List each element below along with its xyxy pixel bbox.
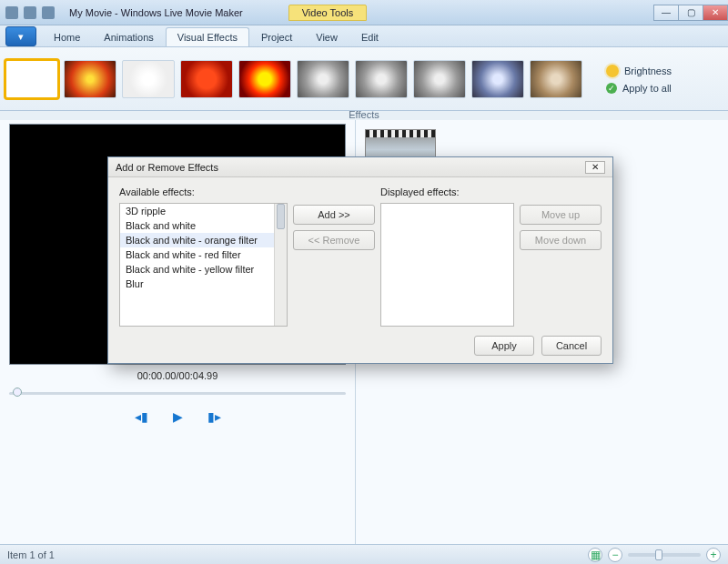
order-buttons: Move up Move down [520,203,602,327]
move-up-button[interactable]: Move up [520,205,602,225]
available-effects-label: Available effects: [119,186,288,197]
list-item[interactable]: Black and white - orange filter [120,233,287,247]
effect-thumb[interactable] [355,60,408,98]
prev-frame-button[interactable]: ◂▮ [131,408,151,425]
zoom-slider[interactable] [628,553,701,557]
status-item-count: Item 1 of 1 [7,549,55,560]
window-buttons: — ▢ ✕ [654,5,728,21]
ribbon-body: Brightness ✓ Apply to all [0,47,728,111]
maximize-button[interactable]: ▢ [678,5,703,21]
tab-home[interactable]: Home [42,27,92,46]
effect-thumb[interactable] [471,60,524,98]
scrollbar-thumb[interactable] [277,204,285,229]
apply-button[interactable]: Apply [474,336,534,356]
tab-visual-effects[interactable]: Visual Effects [166,27,249,46]
dialog-titlebar[interactable]: Add or Remove Effects ✕ [108,157,612,177]
status-bar: Item 1 of 1 ▦ − + [0,544,728,564]
ribbon-tabs: ▾ Home Animations Visual Effects Project… [0,25,728,47]
brightness-label: Brightness [624,65,672,76]
status-right: ▦ − + [588,548,721,562]
effect-thumb[interactable] [413,60,466,98]
zoom-in-button[interactable]: + [706,548,721,562]
add-remove-effects-dialog: Add or Remove Effects ✕ Available effect… [107,156,613,364]
view-toggle-button[interactable]: ▦ [588,548,602,562]
seek-track [9,392,346,395]
seek-bar[interactable] [9,387,346,399]
list-item[interactable]: Blur [120,277,287,291]
check-icon: ✓ [606,83,617,94]
list-item[interactable]: Black and white - yellow filter [120,262,287,277]
effects-gallery[interactable] [5,60,604,98]
dialog-title: Add or Remove Effects [116,162,218,173]
close-button[interactable]: ✕ [703,5,728,21]
window-title: My Movie - Windows Live Movie Maker [60,7,252,18]
effect-thumb[interactable] [122,60,175,98]
quick-access-toolbar [0,6,60,19]
effect-thumb[interactable] [297,60,349,98]
zoom-slider-thumb[interactable] [655,549,662,560]
zoom-out-button[interactable]: − [608,548,622,562]
effect-thumb[interactable] [530,60,582,98]
apply-all-label: Apply to all [622,83,672,94]
next-frame-button[interactable]: ▮▸ [204,408,224,425]
dialog-footer: Apply Cancel [474,336,602,356]
brightness-button[interactable]: Brightness [604,62,723,80]
qat-undo[interactable] [24,6,36,19]
tab-edit[interactable]: Edit [349,27,390,46]
remove-button[interactable]: << Remove [293,230,375,250]
tab-project[interactable]: Project [249,27,304,46]
effect-thumb[interactable] [64,60,116,98]
effect-thumb-none[interactable] [5,60,58,98]
list-item[interactable]: Black and white [120,218,287,233]
playback-controls: ◂▮ ▶ ▮▸ [131,408,224,425]
dialog-close-button[interactable]: ✕ [585,161,605,174]
minimize-button[interactable]: — [653,5,679,21]
play-button[interactable]: ▶ [167,408,187,425]
move-down-button[interactable]: Move down [520,230,602,250]
available-effects-listbox[interactable]: 3D ripple Black and white Black and whit… [119,203,288,327]
file-menu-button[interactable]: ▾ [5,26,36,46]
dialog-body: Available effects: Displayed effects: 3D… [108,177,612,334]
effect-thumb[interactable] [180,60,233,98]
tab-view[interactable]: View [304,27,349,46]
timecode: 00:00.00/00:04.99 [137,370,218,381]
list-item[interactable]: 3D ripple [120,204,287,218]
title-bar: My Movie - Windows Live Movie Maker Vide… [0,0,728,25]
list-item[interactable]: Black and white - red filter [120,247,287,262]
ribbon-right-panel: Brightness ✓ Apply to all [604,62,723,96]
qat-redo[interactable] [42,6,55,19]
transfer-buttons: Add >> << Remove [293,203,375,327]
displayed-effects-label: Displayed effects: [380,186,514,197]
context-tab-video-tools[interactable]: Video Tools [288,5,367,21]
brightness-icon [606,65,619,77]
displayed-effects-listbox[interactable] [380,203,514,327]
tab-animations[interactable]: Animations [92,27,165,46]
scrollbar[interactable] [274,204,287,326]
apply-to-all-button[interactable]: ✓ Apply to all [604,80,723,96]
cancel-button[interactable]: Cancel [541,336,602,356]
qat-item[interactable] [5,6,18,19]
seek-thumb[interactable] [13,388,22,397]
add-button[interactable]: Add >> [293,205,375,225]
effect-thumb[interactable] [238,60,291,98]
